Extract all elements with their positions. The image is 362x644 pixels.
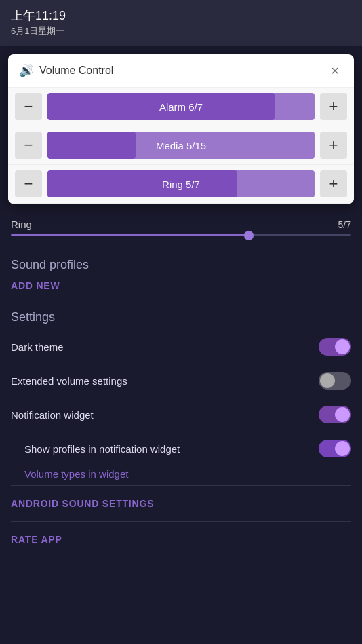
alarm-increase-button[interactable]: +	[320, 93, 347, 120]
speaker-icon: 🔊	[19, 63, 34, 78]
media-label: Media 5/15	[156, 140, 206, 151]
status-bar: 上午11:19 6月1日星期一	[0, 0, 362, 46]
dark-theme-label: Dark theme	[11, 341, 64, 353]
rate-app-button[interactable]: RATE APP	[0, 525, 73, 554]
ring-slider-fill	[11, 234, 249, 236]
ring-slider-header: Ring 5/7	[11, 219, 351, 230]
ring-bar-fill	[47, 170, 237, 197]
popup-title: Volume Control	[39, 64, 113, 77]
status-date: 6月1日星期一	[11, 25, 351, 37]
ring-bar: Ring 5/7	[47, 170, 315, 197]
alarm-bar: Alarm 6/7	[47, 93, 315, 120]
media-increase-button[interactable]: +	[320, 132, 347, 159]
dark-theme-toggle[interactable]	[319, 338, 351, 356]
ring-slider-label: Ring	[11, 219, 32, 230]
show-profiles-item: Show profiles in notification widget	[0, 432, 362, 466]
media-decrease-button[interactable]: −	[15, 132, 42, 159]
show-profiles-toggle[interactable]	[319, 440, 351, 457]
popup-header-left: 🔊 Volume Control	[19, 63, 113, 78]
add-new-button[interactable]: ADD NEW	[0, 278, 71, 302]
settings-heading: Settings	[0, 302, 362, 330]
divider-2	[11, 521, 351, 522]
alarm-volume-row: − Alarm 6/7 +	[8, 88, 354, 126]
status-time: 上午11:19	[11, 7, 351, 24]
media-bar-fill	[47, 132, 136, 159]
ring-slider-value: 5/7	[338, 219, 351, 230]
settings-section: Settings Dark theme Extended volume sett…	[0, 302, 362, 554]
volume-popup: 🔊 Volume Control × − Alarm 6/7 + − Media…	[8, 54, 354, 204]
notification-widget-toggle[interactable]	[319, 406, 351, 423]
extended-volume-label: Extended volume settings	[11, 375, 127, 387]
popup-header: 🔊 Volume Control ×	[8, 54, 354, 88]
alarm-label: Alarm 6/7	[159, 101, 203, 113]
alarm-decrease-button[interactable]: −	[15, 93, 42, 120]
dark-theme-item: Dark theme	[0, 330, 362, 364]
extended-volume-toggle[interactable]	[319, 372, 351, 390]
notification-widget-toggle-thumb	[335, 407, 350, 422]
ring-volume-row: − Ring 5/7 +	[8, 165, 354, 204]
show-profiles-label: Show profiles in notification widget	[24, 443, 180, 455]
sound-profiles-heading: Sound profiles	[0, 247, 362, 278]
media-volume-row: − Media 5/15 +	[8, 126, 354, 165]
ring-decrease-button[interactable]: −	[15, 170, 42, 197]
extended-volume-item: Extended volume settings	[0, 364, 362, 398]
sound-profiles-section: Sound profiles ADD NEW	[0, 247, 362, 302]
dark-theme-toggle-thumb	[335, 339, 350, 354]
notification-widget-item: Notification widget	[0, 398, 362, 432]
ring-increase-button[interactable]: +	[320, 170, 347, 197]
notification-widget-label: Notification widget	[11, 409, 94, 421]
ring-slider-thumb	[244, 231, 254, 240]
divider-1	[11, 485, 351, 486]
close-button[interactable]: ×	[327, 62, 343, 79]
android-sound-settings-button[interactable]: ANDROID SOUND SETTINGS	[0, 489, 165, 518]
show-profiles-toggle-thumb	[335, 441, 350, 456]
ring-popup-label: Ring 5/7	[162, 178, 200, 190]
volume-types-link[interactable]: Volume types in widget	[0, 466, 362, 482]
slider-section: Ring 5/7	[0, 212, 362, 247]
ring-slider-row: Ring 5/7	[11, 219, 351, 236]
ring-slider-track[interactable]	[11, 234, 351, 236]
media-bar: Media 5/15	[47, 132, 315, 159]
extended-volume-toggle-thumb	[320, 373, 335, 388]
